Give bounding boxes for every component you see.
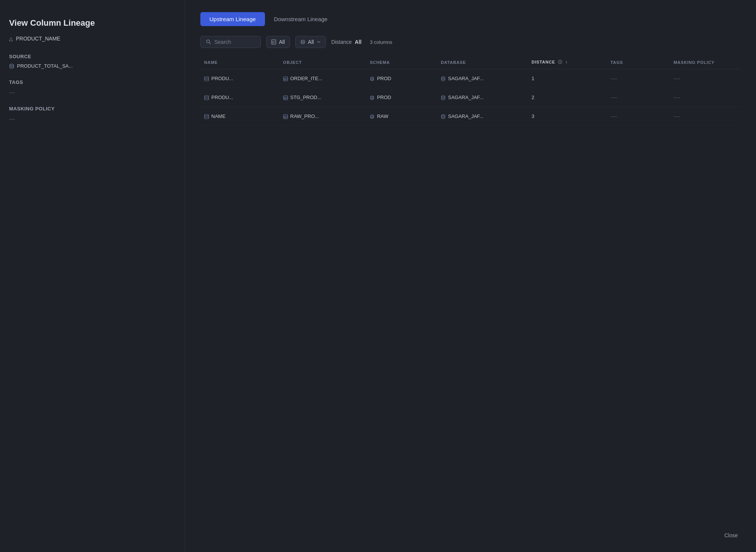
tab-upstream-lineage[interactable]: Upstream Lineage [200, 12, 265, 26]
filter-schema-value: All [308, 39, 314, 45]
search-box[interactable]: Search [200, 36, 261, 48]
sidebar-tags-section: Tags — [9, 79, 173, 95]
column-icon: △ [9, 36, 13, 42]
tab-bar: Upstream Lineage Downstream Lineage [200, 12, 741, 26]
tags-value: — [9, 89, 173, 95]
database-icon [441, 76, 446, 81]
schema-icon [370, 76, 375, 81]
svg-point-24 [371, 96, 374, 97]
distance-label: Distance [331, 39, 352, 45]
tab-downstream-lineage[interactable]: Downstream Lineage [265, 12, 337, 26]
cell-table: RAW_PRO... [279, 107, 366, 126]
th-name: NAME [200, 56, 279, 69]
svg-rect-11 [284, 77, 288, 81]
th-masking: MASKING POLICY [670, 56, 741, 69]
sidebar-source-section: Source PRODUCT_TOTAL_SA... [9, 54, 173, 69]
table-header-row: NAME OBJECT SCHEMA DATABASE DISTANCE [200, 56, 741, 69]
tags-label: Tags [9, 79, 173, 85]
th-object: OBJECT [279, 56, 366, 69]
main-content: Upstream Lineage Downstream Lineage Sear… [185, 0, 756, 552]
cell-tags: — [607, 107, 670, 126]
source-label: Source [9, 54, 173, 59]
masking-label: Masking Policy [9, 106, 173, 112]
schema-icon [370, 95, 375, 100]
cell-distance: 2 [528, 88, 607, 107]
cell-masking: — [670, 69, 741, 88]
th-schema: SCHEMA [366, 56, 437, 69]
column-icon [204, 114, 209, 119]
table-icon [283, 76, 288, 81]
svg-point-16 [442, 77, 445, 78]
svg-point-33 [371, 115, 374, 116]
cell-tags: — [607, 88, 670, 107]
database-icon [441, 114, 446, 119]
svg-rect-3 [271, 40, 276, 44]
search-icon [206, 39, 211, 45]
distance-value: All [355, 39, 362, 45]
source-value-row: PRODUCT_TOTAL_SA... [9, 63, 173, 69]
svg-rect-17 [204, 96, 209, 100]
th-database: DATABASE [437, 56, 528, 69]
svg-rect-20 [284, 96, 288, 100]
cell-masking: — [670, 107, 741, 126]
lineage-table-wrap: NAME OBJECT SCHEMA DATABASE DISTANCE [200, 56, 741, 540]
cell-masking: — [670, 88, 741, 107]
table-row[interactable]: PRODU... ORDER_ITE... PROD SAGARA_JAF...… [200, 69, 741, 88]
cell-distance: 1 [528, 69, 607, 88]
column-name-value: PRODUCT_NAME [16, 36, 60, 42]
table-row[interactable]: NAME RAW_PRO... RAW SAGARA_JAF...3—— [200, 107, 741, 126]
cell-schema: PROD [366, 88, 437, 107]
svg-rect-26 [204, 115, 209, 119]
svg-point-15 [371, 77, 374, 78]
cell-column: PRODU... [200, 88, 279, 107]
masking-value: — [9, 115, 173, 122]
cell-database: SAGARA_JAF... [437, 69, 528, 88]
source-value: PRODUCT_TOTAL_SA... [17, 63, 73, 69]
svg-rect-29 [284, 115, 288, 119]
cell-distance: 3 [528, 107, 607, 126]
schema-icon [370, 114, 375, 119]
svg-point-34 [442, 115, 445, 116]
database-icon [9, 64, 14, 69]
svg-rect-8 [204, 77, 209, 81]
svg-point-0 [10, 64, 14, 65]
lineage-table: NAME OBJECT SCHEMA DATABASE DISTANCE [200, 56, 741, 126]
column-icon [204, 76, 209, 81]
th-distance[interactable]: DISTANCE ⓘ ↑ [528, 56, 607, 69]
column-icon [204, 95, 209, 100]
page-title: View Column Lineage [9, 18, 173, 28]
table-filter-icon [271, 39, 276, 45]
cell-database: SAGARA_JAF... [437, 88, 528, 107]
filter-table-box[interactable]: All [266, 36, 290, 48]
cell-column: NAME [200, 107, 279, 126]
table-row[interactable]: PRODU... STG_PROD... PROD SAGARA_JAF...2… [200, 88, 741, 107]
table-icon [283, 95, 288, 100]
filter-table-value: All [279, 39, 285, 45]
column-name-row: △ PRODUCT_NAME [9, 36, 173, 42]
sort-asc-icon: ↑ [565, 60, 568, 64]
cell-table: ORDER_ITE... [279, 69, 366, 88]
cell-schema: PROD [366, 69, 437, 88]
svg-point-25 [442, 96, 445, 97]
cell-schema: RAW [366, 107, 437, 126]
search-label: Search [214, 39, 231, 45]
cell-database: SAGARA_JAF... [437, 107, 528, 126]
cell-table: STG_PROD... [279, 88, 366, 107]
cell-tags: — [607, 69, 670, 88]
table-icon [283, 114, 288, 119]
schema-filter-icon [300, 39, 305, 45]
database-icon [441, 95, 446, 100]
toolbar: Search All All [200, 36, 741, 48]
close-button[interactable]: Close [724, 532, 738, 538]
svg-point-7 [301, 40, 304, 41]
cell-column: PRODU... [200, 69, 279, 88]
sidebar-masking-section: Masking Policy — [9, 106, 173, 122]
th-tags: TAGS [607, 56, 670, 69]
columns-count: 3 columns [370, 39, 392, 45]
distance-info-icon: ⓘ [558, 60, 562, 64]
svg-line-2 [209, 43, 211, 44]
sidebar: View Column Lineage △ PRODUCT_NAME Sourc… [0, 0, 185, 552]
distance-filter: Distance All [331, 39, 361, 45]
filter-schema-box[interactable]: All [295, 36, 326, 48]
chevron-down-icon [316, 40, 321, 44]
